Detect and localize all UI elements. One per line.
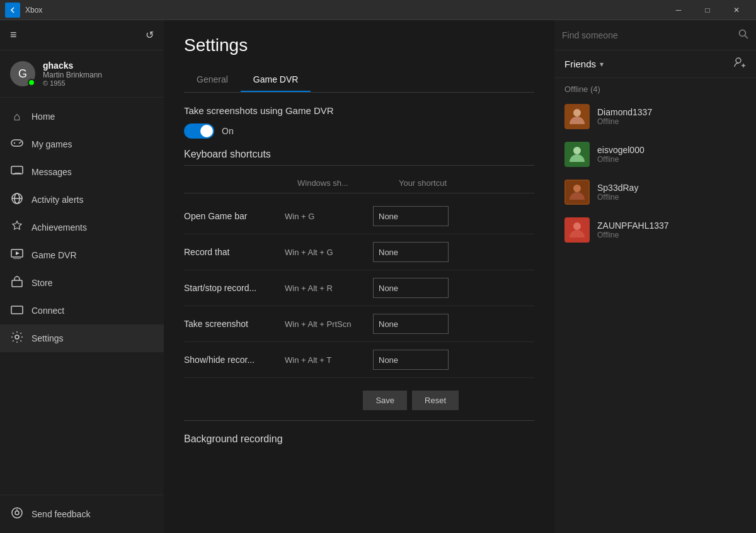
keyboard-shortcuts-title: Keyboard shortcuts — [184, 149, 534, 166]
friend-status-zaunpfahl1337: Offline — [597, 231, 669, 239]
avatar-letter: G — [18, 67, 27, 81]
sidebar-item-achievements[interactable]: Achievements — [0, 214, 164, 241]
save-button[interactable]: Save — [363, 391, 407, 410]
online-indicator — [28, 79, 35, 86]
chevron-down-icon: ▾ — [600, 60, 604, 69]
friend-info-zaunpfahl1337: ZAUNPFAHL1337 Offline — [597, 221, 669, 239]
nav-label-achievements: Achievements — [32, 222, 87, 232]
friend-name-sp33dray: Sp33dRay — [597, 183, 638, 193]
shortcut-row-open-game-bar: Open Game bar Win + G None — [184, 198, 534, 234]
shortcut-row-start-stop-record: Start/stop record... Win + Alt + R None — [184, 270, 534, 306]
friend-item-sp33dray[interactable]: Sp33dRay Offline — [554, 173, 756, 211]
shortcut-action-0: Open Game bar — [184, 211, 285, 221]
toggle-state-text: On — [222, 126, 234, 136]
reset-button[interactable]: Reset — [412, 391, 459, 410]
sidebar-item-home[interactable]: ⌂ Home — [0, 103, 164, 130]
store-icon — [10, 275, 24, 291]
friends-label[interactable]: Friends ▾ — [564, 59, 604, 69]
game-dvr-icon — [10, 249, 24, 262]
shortcut-input-2[interactable]: None — [373, 278, 449, 298]
sidebar-item-game-dvr[interactable]: Game DVR — [0, 241, 164, 269]
sidebar-item-messages[interactable]: Messages — [0, 158, 164, 186]
content-area: Settings General Game DVR Take screensho… — [164, 20, 554, 533]
username: ghacks — [43, 60, 102, 71]
friend-name-zaunpfahl1337: ZAUNPFAHL1337 — [597, 221, 669, 231]
maximize-button[interactable]: □ — [693, 0, 722, 20]
friend-name-diamond1337: Diamond1337 — [597, 107, 652, 117]
titlebar: Xbox ─ □ ✕ — [0, 0, 756, 20]
toggle-label: Take screenshots using Game DVR — [184, 105, 334, 116]
svg-point-24 — [573, 109, 581, 117]
friend-info-sp33dray: Sp33dRay Offline — [597, 183, 638, 202]
offline-section-label: Offline (4) — [554, 78, 756, 98]
svg-point-14 — [15, 335, 19, 339]
svg-point-18 — [740, 30, 746, 36]
shortcut-windows-4: Win + Alt + T — [285, 355, 373, 365]
user-profile[interactable]: G ghacks Martin Brinkmann © 1955 — [0, 50, 164, 98]
svg-point-17 — [16, 509, 18, 510]
friend-item-zaunpfahl1337[interactable]: ZAUNPFAHL1337 Offline — [554, 211, 756, 249]
close-button[interactable]: ✕ — [722, 0, 751, 20]
shortcut-input-1[interactable]: None — [373, 242, 449, 262]
friend-item-eisvogel000[interactable]: eisvogel000 Offline — [554, 135, 756, 173]
svg-point-4 — [20, 141, 21, 142]
back-button[interactable] — [5, 3, 20, 18]
nav-list: ⌂ Home My games Messages Activity alert — [0, 98, 164, 495]
shortcut-action-1: Record that — [184, 247, 285, 257]
svg-point-20 — [736, 58, 741, 63]
friend-item-diamond1337[interactable]: Diamond1337 Offline — [554, 98, 756, 135]
screenshots-toggle-row: Take screenshots using Game DVR — [184, 105, 534, 116]
shortcut-input-4[interactable]: None — [373, 350, 449, 370]
col-windows: Windows sh... — [297, 178, 348, 188]
shortcut-action-3: Take screenshot — [184, 319, 285, 329]
hamburger-icon[interactable]: ≡ — [10, 28, 17, 42]
sidebar-item-settings[interactable]: Settings — [0, 324, 164, 352]
messages-icon — [10, 166, 24, 179]
sidebar-item-connect[interactable]: Connect — [0, 297, 164, 324]
page-title: Settings — [184, 35, 534, 55]
sidebar-item-send-feedback[interactable]: Send feedback — [0, 500, 164, 528]
refresh-icon[interactable]: ↺ — [146, 29, 154, 41]
minimize-button[interactable]: ─ — [664, 0, 693, 20]
svg-rect-12 — [12, 280, 22, 287]
gamerscore: © 1955 — [43, 79, 102, 87]
friends-header: Friends ▾ — [554, 50, 756, 78]
window-controls: ─ □ ✕ — [664, 0, 751, 20]
friend-status-eisvogel000: Offline — [597, 155, 644, 164]
shortcut-windows-1: Win + Alt + G — [285, 248, 373, 257]
toggle-switch[interactable] — [184, 123, 214, 139]
friend-status-diamond1337: Offline — [597, 117, 652, 126]
settings-icon — [10, 331, 24, 347]
add-friend-icon[interactable] — [733, 56, 746, 72]
friend-info-diamond1337: Diamond1337 Offline — [597, 107, 652, 126]
tab-game-dvr[interactable]: Game DVR — [241, 68, 311, 92]
dvr-content: Take screenshots using Game DVR On Keybo… — [184, 93, 534, 457]
sidebar-item-store[interactable]: Store — [0, 269, 164, 297]
sidebar-footer: Send feedback — [0, 495, 164, 533]
svg-point-3 — [19, 142, 20, 144]
nav-label-send-feedback: Send feedback — [32, 509, 90, 519]
sidebar-item-activity-alerts[interactable]: Activity alerts — [0, 186, 164, 214]
achievements-icon — [10, 220, 24, 236]
tabs: General Game DVR — [184, 68, 534, 93]
svg-marker-11 — [16, 251, 20, 255]
friend-avatar-sp33dray — [564, 180, 590, 205]
app-title: Xbox — [25, 6, 664, 14]
toggle-knob — [200, 125, 213, 137]
friend-avatar-eisvogel000 — [564, 142, 590, 167]
search-icon[interactable] — [738, 29, 748, 42]
friend-name-eisvogel000: eisvogel000 — [597, 145, 644, 155]
shortcut-row-take-screenshot: Take screenshot Win + Alt + PrtScn None — [184, 306, 534, 342]
find-someone-input[interactable] — [562, 30, 733, 40]
nav-label-store: Store — [32, 278, 52, 288]
shortcut-input-3[interactable]: None — [373, 314, 449, 334]
tab-general[interactable]: General — [184, 68, 241, 92]
settings-content: Settings General Game DVR Take screensho… — [164, 20, 554, 533]
controller-icon — [10, 138, 24, 151]
sidebar-item-my-games[interactable]: My games — [0, 130, 164, 158]
nav-label-home: Home — [32, 112, 55, 122]
shortcut-input-0[interactable]: None — [373, 206, 449, 226]
col-your-shortcut: Your shortcut — [399, 178, 447, 188]
shortcut-action-4: Show/hide recor... — [184, 355, 285, 365]
nav-label-my-games: My games — [32, 139, 72, 149]
